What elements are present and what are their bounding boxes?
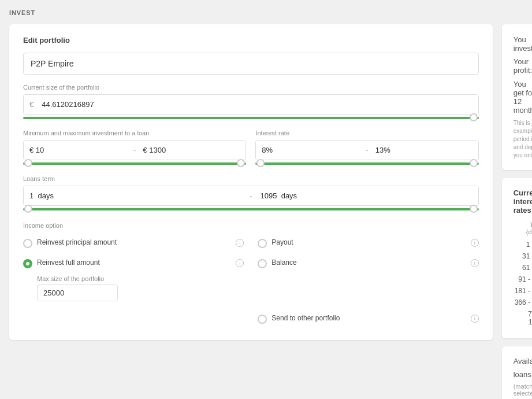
income-options-grid: Reinvest principal amount i Payout i Rei… — [23, 236, 479, 326]
rates-header: Current interest rates ▲ — [514, 189, 532, 215]
payout-label: Payout — [271, 238, 466, 246]
min-max-label: Minimum and maximum investment to a loan — [23, 130, 246, 136]
main-layout: Edit portfolio Current size of the portf… — [9, 24, 523, 399]
investment-slider-thumb-left[interactable] — [24, 159, 32, 167]
interest-rates-card: Current interest rates ▲ Term (days) Rat… — [502, 178, 532, 338]
info-payout[interactable]: i — [471, 239, 479, 247]
investment-separator: - — [132, 146, 137, 154]
page-wrapper: INVEST Edit portfolio Current size of th… — [0, 0, 532, 399]
max-portfolio-input[interactable] — [37, 285, 118, 301]
interest-min-input[interactable] — [256, 141, 364, 160]
interest-separator: - — [364, 146, 369, 154]
rates-row: 91 - 1809% — [514, 274, 532, 285]
radio-send-other[interactable] — [258, 315, 267, 324]
invest-label: You invest: — [514, 35, 532, 53]
info-send-other[interactable]: i — [471, 315, 479, 323]
income-option-reinvest-full[interactable]: Reinvest full amount i — [23, 256, 244, 271]
rates-row: 366 - 7209.7% — [514, 297, 532, 308]
left-panel: Edit portfolio Current size of the portf… — [9, 24, 493, 340]
term-min-input[interactable] — [24, 186, 247, 205]
radio-balance[interactable] — [258, 259, 267, 268]
rates-term: 61 - 90 — [514, 262, 532, 274]
send-other-label: Send to other portfolio — [271, 314, 466, 322]
available-loans-card: Available loans: 289 (matching selected … — [502, 346, 532, 399]
rates-row: 61 - 908.5% — [514, 262, 532, 274]
rates-term: 366 - 720 — [514, 297, 532, 308]
investment-summary-card: You invest: € 44.61 Your profit: + € 6.0… — [502, 24, 532, 170]
max-portfolio-sub: Max size of the portfolio — [23, 275, 244, 301]
rates-row: 181 - 3659.3% — [514, 285, 532, 297]
info-reinvest-principal[interactable]: i — [236, 239, 244, 247]
income-option-balance[interactable]: Balance i — [258, 256, 478, 271]
rates-title: Current interest rates — [514, 189, 532, 215]
term-slider-thumb-right[interactable] — [470, 205, 478, 213]
income-option-reinvest-principal[interactable]: Reinvest principal amount i — [23, 236, 244, 250]
months-label: You get for 12 months — [514, 80, 532, 114]
term-inputs-wrapper: - — [23, 186, 479, 206]
interest-slider-thumb-left[interactable] — [256, 159, 265, 167]
info-reinvest-full[interactable]: i — [236, 259, 244, 267]
balance-label: Balance — [271, 258, 466, 267]
min-max-investment-col: Minimum and maximum investment to a loan… — [23, 130, 246, 175]
loans-term-label: Loans term — [23, 175, 479, 182]
rates-term: 1 - 30 — [514, 239, 532, 250]
available-sub: (matching selected settings) — [514, 383, 532, 397]
rates-term: 31 - 60 — [514, 250, 532, 262]
rates-row: 721 - 144010.5% — [514, 308, 532, 328]
portfolio-name-input[interactable] — [23, 53, 479, 75]
radio-reinvest-principal[interactable] — [23, 239, 32, 248]
info-balance[interactable]: i — [471, 259, 479, 267]
page-title: INVEST — [9, 9, 523, 16]
rates-col-term: Term (days) — [514, 221, 532, 239]
income-option-payout[interactable]: Payout i — [258, 236, 478, 250]
investment-range-inputs: - — [23, 140, 246, 160]
reinvest-principal-label: Reinvest principal amount — [37, 238, 231, 246]
rates-row: 31 - 608% — [514, 250, 532, 262]
interest-slider-thumb-right[interactable] — [470, 159, 478, 167]
interest-rate-label: Interest rate — [255, 130, 478, 136]
term-slider[interactable] — [23, 208, 479, 210]
right-panel: You invest: € 44.61 Your profit: + € 6.0… — [502, 24, 532, 399]
term-slider-thumb-left[interactable] — [24, 205, 32, 213]
available-label-text: Available loans: — [514, 357, 532, 379]
current-size-euro: € — [24, 95, 36, 114]
radio-reinvest-full[interactable] — [23, 259, 32, 268]
current-size-input-wrapper: € — [23, 94, 479, 114]
term-max-input[interactable] — [255, 186, 478, 205]
example-note: This is just an example. Actual period i… — [514, 119, 532, 160]
interest-slider[interactable] — [255, 162, 478, 165]
rates-term: 181 - 365 — [514, 285, 532, 297]
rates-term: 721 - 1440 — [514, 308, 532, 328]
rates-table: Term (days) Rate 1 - 308%31 - 608%61 - 9… — [514, 221, 532, 328]
investment-slider[interactable] — [23, 162, 246, 165]
investment-slider-thumb-right[interactable] — [237, 159, 245, 167]
radio-payout[interactable] — [258, 239, 267, 248]
invest-row: You invest: € 44.61 — [514, 35, 532, 53]
interest-max-input[interactable] — [370, 141, 478, 160]
rates-term: 91 - 180 — [514, 274, 532, 285]
interest-range-inputs: - — [255, 140, 478, 160]
available-label: Available loans: 289 — [514, 357, 532, 380]
edit-portfolio-title: Edit portfolio — [23, 36, 479, 45]
income-option-label: Income option — [23, 222, 479, 229]
min-investment-input[interactable] — [24, 141, 132, 160]
current-size-slider[interactable] — [23, 117, 479, 119]
income-option-reinvest-full-wrapper: Reinvest full amount i Max size of the p… — [23, 256, 244, 301]
term-separator: - — [247, 191, 254, 200]
profit-row: Your profit: + € 6.07 — [514, 57, 532, 75]
max-investment-input[interactable] — [137, 141, 245, 160]
current-size-input[interactable] — [36, 95, 478, 114]
income-option-send-other[interactable]: Send to other portfolio i — [258, 312, 478, 326]
interest-rate-col: Interest rate - — [255, 130, 478, 175]
max-portfolio-label: Max size of the portfolio — [37, 275, 244, 282]
investment-rate-row: Minimum and maximum investment to a loan… — [23, 130, 479, 175]
rates-row: 1 - 308% — [514, 239, 532, 250]
months-row: You get for 12 months € 50.68 — [514, 79, 532, 114]
reinvest-full-label: Reinvest full amount — [37, 258, 231, 267]
current-size-slider-thumb[interactable] — [470, 113, 478, 121]
profit-label: Your profit: — [514, 57, 532, 75]
current-size-label: Current size of the portfolio — [23, 84, 479, 91]
